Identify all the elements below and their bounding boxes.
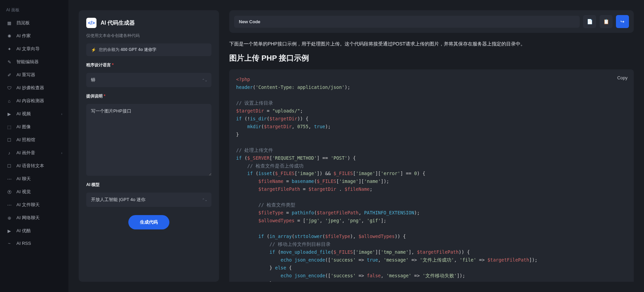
sidebar-item-label: AI 内容检测器	[16, 98, 44, 104]
sidebar-item-label: 智能编辑器	[16, 59, 39, 65]
lang-label: 程序设计语言 *	[86, 62, 211, 68]
document-icon[interactable]: 📄	[583, 15, 596, 28]
model-label: AI 模型	[86, 182, 211, 188]
sidebar-item[interactable]: ⊕AI 网络聊天	[0, 211, 68, 224]
code-content: <?php header('Content-Type: application/…	[236, 76, 627, 282]
sidebar-item[interactable]: ☐AI 照相馆	[0, 133, 68, 146]
sidebar-item[interactable]: ⋯AI 文件聊天	[0, 198, 68, 211]
sidebar: AI 面板 ▦挡泥板✺AI 作家✦AI 文章向导✎智能编辑器✐AI 重写器🛡AI…	[0, 0, 68, 292]
export-icon[interactable]: ↪	[616, 15, 629, 28]
output-panel: 📄 📋 ↪ 下面是一个简单的PHP接口示例，用于处理图片上传。这个代码段将接受通…	[229, 10, 634, 282]
sidebar-item-label: AI 视频	[16, 111, 31, 117]
lang-select[interactable]: 蟒	[86, 73, 211, 87]
sidebar-item-label: AI 画外音	[16, 150, 35, 156]
sidebar-item[interactable]: ♪AI 画外音›	[0, 146, 68, 159]
sidebar-item-label: AI 抄袭检查器	[16, 85, 44, 91]
panel-subtitle: 仅使用文本命令创建各种代码	[86, 33, 211, 39]
sidebar-item[interactable]: ✦AI 文章向导	[0, 42, 68, 55]
sidebar-item-icon: ⋯	[6, 202, 12, 208]
sidebar-item-icon: ⊕	[6, 215, 12, 221]
sidebar-item-icon: ☐	[6, 163, 12, 169]
sidebar-item-icon: ✺	[6, 34, 12, 39]
sidebar-item-label: AI 语音转文本	[16, 163, 44, 169]
output-description: 下面是一个简单的PHP接口示例，用于处理图片上传。这个代码段将接受通过POST请…	[229, 40, 634, 48]
sidebar-item-icon: ✦	[6, 47, 12, 52]
sidebar-item-icon: ▦	[6, 21, 12, 26]
sidebar-item-label: AI 照相馆	[16, 137, 35, 143]
sidebar-item[interactable]: ✎智能编辑器	[0, 55, 68, 68]
sidebar-item-icon: 🛡	[6, 85, 12, 91]
code-icon: </>	[86, 18, 96, 28]
sidebar-section-title: AI 面板	[0, 5, 68, 16]
output-toolbar: 📄 📋 ↪	[229, 10, 634, 33]
sidebar-item[interactable]: ☐AI 语音转文本	[0, 159, 68, 172]
sidebar-item-label: AI 图像	[16, 124, 31, 130]
sidebar-item-icon: ~	[6, 241, 12, 246]
sidebar-item[interactable]: ⬚AI 图像	[0, 120, 68, 133]
sidebar-item-label: AI 作家	[16, 33, 31, 39]
chevron-right-icon: ›	[61, 112, 62, 116]
sidebar-item-icon: ✎	[6, 59, 12, 65]
sidebar-item[interactable]: ⦿AI 视觉	[0, 185, 68, 198]
sidebar-item[interactable]: ✺AI 作家	[0, 29, 68, 42]
sidebar-item-icon: ⬚	[6, 124, 12, 130]
copy-icon[interactable]: 📋	[600, 15, 613, 28]
sidebar-item[interactable]: ⌂AI 内容检测器	[0, 94, 68, 107]
sidebar-item-label: AI RSS	[16, 241, 31, 246]
sidebar-item-icon: ☐	[6, 137, 12, 143]
sidebar-item-label: AI 优酷	[16, 228, 31, 234]
document-title-input[interactable]	[234, 16, 580, 28]
sidebar-item-label: AI 文件聊天	[16, 202, 40, 208]
sidebar-item-icon: ▶	[6, 228, 12, 234]
sidebar-item-icon: ⋯	[6, 176, 12, 182]
sidebar-item[interactable]: ⋯AI 聊天	[0, 172, 68, 185]
generate-button[interactable]: 生成代码	[128, 215, 169, 229]
sidebar-item-icon: ▶	[6, 111, 12, 117]
sidebar-item-label: AI 网络聊天	[16, 215, 40, 221]
sidebar-item[interactable]: ▶AI 视频›	[0, 107, 68, 120]
chevron-right-icon: ›	[61, 151, 62, 155]
instructions-label: 提供说明 *	[86, 93, 211, 99]
output-content: 下面是一个简单的PHP接口示例，用于处理图片上传。这个代码段将接受通过POST请…	[229, 40, 634, 282]
sidebar-item-label: AI 聊天	[16, 176, 31, 182]
sidebar-item-label: AI 文章向导	[16, 46, 40, 52]
copy-code-button[interactable]: Copy	[617, 74, 628, 82]
sidebar-item-icon: ⌂	[6, 98, 12, 104]
panel-title: AI 代码生成器	[101, 19, 135, 27]
bolt-icon: ⚡	[91, 48, 96, 52]
sidebar-item-icon: ✐	[6, 72, 12, 78]
sidebar-item[interactable]: 🛡AI 抄袭检查器	[0, 81, 68, 94]
sidebar-item[interactable]: ▦挡泥板	[0, 16, 68, 29]
model-select[interactable]: 开放人工智能 |GPT 4o 迷你	[86, 193, 211, 207]
sidebar-item-label: AI 视觉	[16, 189, 31, 195]
instructions-input[interactable]	[86, 104, 211, 176]
output-heading: 图片上传 PHP 接口示例	[229, 53, 634, 63]
sidebar-item-label: 挡泥板	[16, 20, 30, 26]
sidebar-item[interactable]: ▶AI 优酷	[0, 224, 68, 237]
quota-banner: ⚡ 您的余额为 400 GPT 4o 迷你字	[86, 43, 211, 56]
sidebar-item-icon: ♪	[6, 150, 12, 156]
main-area: </> AI 代码生成器 仅使用文本命令创建各种代码 ⚡ 您的余额为 400 G…	[68, 0, 644, 292]
code-block: Copy <?php header('Content-Type: applica…	[229, 69, 634, 282]
generator-panel: </> AI 代码生成器 仅使用文本命令创建各种代码 ⚡ 您的余额为 400 G…	[79, 10, 219, 282]
sidebar-item[interactable]: ~AI RSS	[0, 237, 68, 249]
sidebar-item[interactable]: ✐AI 重写器	[0, 68, 68, 81]
sidebar-item-label: AI 重写器	[16, 72, 35, 78]
sidebar-item-icon: ⦿	[6, 189, 12, 195]
